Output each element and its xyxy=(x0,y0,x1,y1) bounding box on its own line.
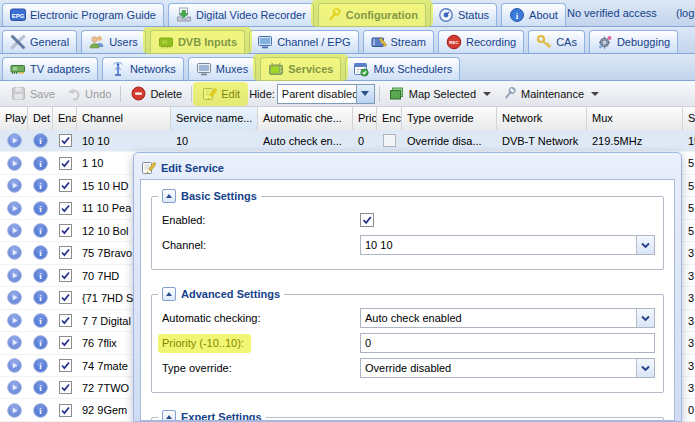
tab-debugging[interactable]: Debugging xyxy=(589,30,678,53)
tab-cas[interactable]: CAs xyxy=(528,30,585,53)
play-icon[interactable] xyxy=(6,380,22,396)
enabled-checkbox[interactable] xyxy=(360,213,374,227)
row-enabled-checkbox[interactable] xyxy=(59,134,72,147)
tab-tv-adapters[interactable]: TV adapters xyxy=(2,57,98,80)
play-icon[interactable] xyxy=(6,155,22,171)
dialog-header[interactable]: Edit Service xyxy=(134,153,681,178)
info-icon[interactable]: i xyxy=(33,245,49,261)
row-enabled-checkbox[interactable] xyxy=(59,269,72,282)
tab-dvb-inputs[interactable]: DVB Inputs xyxy=(150,30,245,53)
column-header-type-override[interactable]: Type override xyxy=(402,107,497,130)
maintenance-button[interactable]: Maintenance xyxy=(496,84,604,104)
type-override-combo[interactable]: Override disabled xyxy=(360,358,655,378)
chevron-down-icon[interactable] xyxy=(636,309,654,327)
tab-mux-schedulers[interactable]: Mux Schedulers xyxy=(345,57,460,80)
info-icon[interactable]: i xyxy=(33,223,49,239)
row-enabled-checkbox[interactable] xyxy=(59,246,72,259)
map-selected-button[interactable]: Map Selected xyxy=(384,84,496,104)
delete-button[interactable]: Delete xyxy=(125,84,187,104)
column-header-play[interactable]: Play xyxy=(0,107,28,130)
tab-muxes[interactable]: Muxes xyxy=(188,57,256,80)
row-enabled-checkbox[interactable] xyxy=(59,157,72,170)
column-header-mux[interactable]: Mux xyxy=(587,107,683,130)
play-icon[interactable] xyxy=(6,402,22,418)
chevron-down-icon[interactable] xyxy=(356,85,374,103)
info-icon[interactable]: i xyxy=(33,200,49,216)
collapse-expert-settings-button[interactable] xyxy=(162,410,176,421)
column-header-enc[interactable]: Enc xyxy=(377,107,402,130)
tab-stream[interactable]: Stream xyxy=(363,30,434,53)
chevron-down-icon[interactable] xyxy=(636,236,654,254)
row-enabled-checkbox[interactable] xyxy=(59,404,72,417)
row-enabled-checkbox[interactable] xyxy=(59,336,72,349)
row-enabled-checkbox[interactable] xyxy=(59,179,72,192)
maintenance-icon xyxy=(501,86,517,102)
login-link[interactable]: (logi xyxy=(676,7,695,19)
play-icon[interactable] xyxy=(6,178,22,194)
priority-input[interactable]: 0 xyxy=(360,333,655,353)
tab-general[interactable]: General xyxy=(2,30,77,53)
info-icon[interactable]: i xyxy=(33,312,49,328)
tab-channel-epg[interactable]: Channel / EPG xyxy=(249,30,358,53)
tab-recording[interactable]: RECRecording xyxy=(438,30,524,53)
row-enabled-checkbox[interactable] xyxy=(59,291,72,304)
info-icon[interactable]: i xyxy=(33,155,49,171)
column-header-automatic-che[interactable]: Automatic che... xyxy=(258,107,353,130)
edit-button-label: Edit xyxy=(221,88,240,100)
column-header-network[interactable]: Network xyxy=(497,107,587,130)
column-header-pric[interactable]: Pric xyxy=(353,107,377,130)
save-button[interactable]: Save xyxy=(5,84,60,104)
cell-network: DVB-T Network xyxy=(497,130,587,152)
column-header-service-name[interactable]: Service name... xyxy=(171,107,258,130)
table-row[interactable]: i10 1010Auto check en...0Override disa..… xyxy=(0,130,695,152)
play-icon[interactable] xyxy=(6,290,22,306)
hide-dropdown[interactable]: Parent disabled xyxy=(277,84,375,104)
undo-button[interactable]: Undo xyxy=(60,84,116,104)
info-icon[interactable]: i xyxy=(33,402,49,418)
automatic-checking-combo[interactable]: Auto check enabled xyxy=(360,308,655,328)
info-icon[interactable]: i xyxy=(33,290,49,306)
info-icon[interactable]: i xyxy=(33,133,49,149)
play-icon[interactable] xyxy=(6,245,22,261)
column-header-channel[interactable]: Channel xyxy=(77,107,171,130)
info-icon[interactable]: i xyxy=(33,267,49,283)
row-enabled-checkbox[interactable] xyxy=(59,202,72,215)
tab-about[interactable]: iAbout xyxy=(501,3,566,26)
tab-users[interactable]: Users xyxy=(81,30,146,53)
tab-networks[interactable]: Networks xyxy=(102,57,184,80)
column-header-ena[interactable]: Ena xyxy=(53,107,77,130)
tab-label: Channel / EPG xyxy=(277,36,350,48)
tab-digital-video-recorder[interactable]: Digital Video Recorder xyxy=(168,3,314,26)
tab-status[interactable]: Status xyxy=(430,3,497,26)
collapse-basic-settings-button[interactable] xyxy=(162,189,176,203)
collapse-advanced-settings-button[interactable] xyxy=(162,287,176,301)
column-header-det[interactable]: Det xyxy=(28,107,53,130)
tab-electronic-program-guide[interactable]: EPGElectronic Program Guide xyxy=(2,3,164,26)
info-icon[interactable]: i xyxy=(33,335,49,351)
advanced-settings-legend: Advanced Settings xyxy=(158,287,284,301)
play-icon[interactable] xyxy=(6,133,22,149)
play-icon[interactable] xyxy=(6,335,22,351)
tab-configuration[interactable]: Configuration xyxy=(318,3,426,26)
play-icon[interactable] xyxy=(6,223,22,239)
delete-icon xyxy=(130,86,146,102)
column-header-se[interactable]: Se xyxy=(683,107,695,130)
play-icon[interactable] xyxy=(6,357,22,373)
channel-combo[interactable]: 10 10 xyxy=(360,235,655,255)
play-icon[interactable] xyxy=(6,312,22,328)
info-icon[interactable]: i xyxy=(33,357,49,373)
tab-services[interactable]: Services xyxy=(260,57,341,80)
edit-button[interactable]: Edit xyxy=(196,84,245,104)
info-icon[interactable]: i xyxy=(33,178,49,194)
row-enabled-checkbox[interactable] xyxy=(59,224,72,237)
chevron-down-icon[interactable] xyxy=(636,359,654,377)
info-icon[interactable]: i xyxy=(33,380,49,396)
row-enabled-checkbox[interactable] xyxy=(59,314,72,327)
row-enabled-checkbox[interactable] xyxy=(59,381,72,394)
row-enabled-checkbox[interactable] xyxy=(59,359,72,372)
cell-se: 3 xyxy=(683,310,695,332)
play-icon[interactable] xyxy=(6,200,22,216)
row-encrypted-checkbox[interactable] xyxy=(383,134,396,147)
play-icon[interactable] xyxy=(6,267,22,283)
cell-se: 3 xyxy=(683,377,695,399)
